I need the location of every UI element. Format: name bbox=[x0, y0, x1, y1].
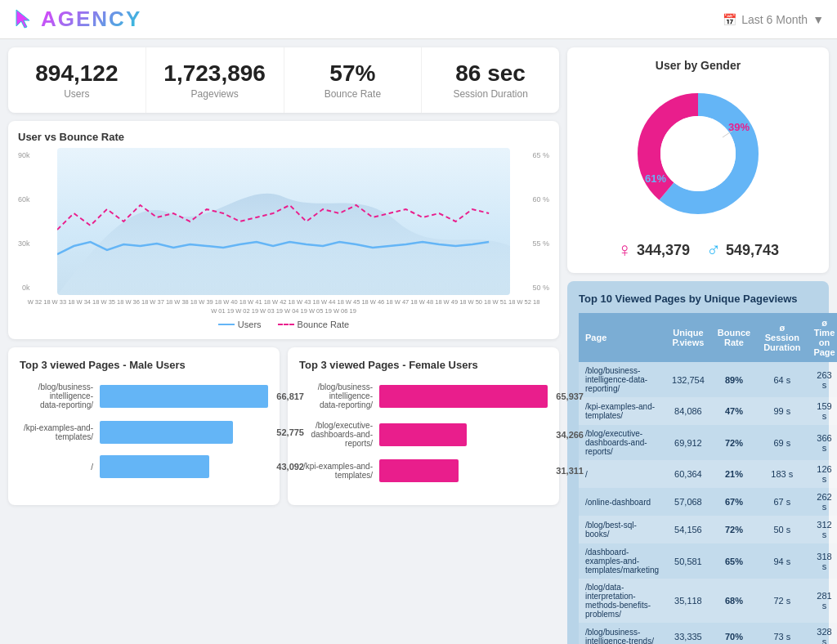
male-stat: ♂ 549,743 bbox=[706, 239, 779, 262]
male-pages-card: Top 3 viewed Pages - Male Users /blog/bu… bbox=[8, 347, 280, 505]
cell-time: 366 s bbox=[807, 425, 837, 460]
table-row: /blog/business-intelligence-data-reporti… bbox=[579, 362, 837, 397]
top-pages-table: Page UniqueP.views BounceRate ø SessionD… bbox=[579, 313, 837, 644]
cell-bounce: 72% bbox=[711, 516, 757, 543]
kpi-session-label: Session Duration bbox=[428, 88, 553, 100]
male-count: 549,743 bbox=[726, 242, 779, 259]
female-bar-1: /blog/business-intelligence-data-reporti… bbox=[299, 382, 548, 409]
cell-views: 57,068 bbox=[665, 488, 711, 516]
cell-page: /blog/business-intelligence-trends/ bbox=[579, 623, 665, 644]
kpi-users-label: Users bbox=[15, 88, 139, 100]
cell-session: 99 s bbox=[757, 397, 807, 425]
cell-page: /blog/executive-dashboards-and-reports/ bbox=[579, 425, 665, 460]
logo: AGENCY bbox=[13, 7, 141, 32]
kpi-pageviews: 1,723,896 Pageviews bbox=[146, 47, 284, 113]
cell-session: 72 s bbox=[757, 579, 807, 623]
kpi-bounce-label: Bounce Rate bbox=[291, 88, 415, 100]
cell-views: 60,364 bbox=[665, 460, 711, 488]
table-row: /blog/data-interpretation-methods-benefi… bbox=[579, 579, 837, 623]
cell-time: 126 s bbox=[807, 460, 837, 488]
table-row: /blog/business-intelligence-trends/ 33,3… bbox=[579, 623, 837, 644]
cell-time: 318 s bbox=[807, 543, 837, 579]
male-bar-2-value: 52,775 bbox=[276, 427, 304, 437]
date-filter-label: Last 6 Month bbox=[741, 13, 808, 26]
female-bar-2: /blog/executive-dashboards-and-reports/ … bbox=[299, 421, 548, 448]
cell-session: 69 s bbox=[757, 425, 807, 460]
bounce-rate-chart-card: User vs Bounce Rate 90k60k30k0k 65 %60 %… bbox=[8, 121, 559, 339]
cell-views: 132,754 bbox=[665, 362, 711, 397]
logo-text: AGENCY bbox=[41, 7, 141, 32]
cell-bounce: 72% bbox=[711, 425, 757, 460]
cell-bounce: 65% bbox=[711, 543, 757, 579]
y-axis-left: 90k60k30k0k bbox=[18, 148, 30, 295]
top-pages-table-card: Top 10 Viewed Pages by Unique Pageviews … bbox=[567, 281, 829, 644]
cell-time: 281 s bbox=[807, 579, 837, 623]
cell-views: 50,581 bbox=[665, 543, 711, 579]
gender-title: User by Gender bbox=[579, 59, 817, 72]
chart-title: User vs Bounce Rate bbox=[18, 131, 549, 143]
kpi-session-value: 86 sec bbox=[428, 60, 553, 87]
cell-session: 94 s bbox=[757, 543, 807, 579]
legend-users: Users bbox=[238, 320, 262, 329]
col-bounce: BounceRate bbox=[711, 313, 757, 362]
table-row: / 60,364 21% 183 s 126 s bbox=[579, 460, 837, 488]
cell-time: 262 s bbox=[807, 488, 837, 516]
col-page: Page bbox=[579, 313, 665, 362]
x-axis-labels: W 32 18W 33 18W 34 18W 35 18W 36 18W 37 … bbox=[18, 298, 549, 315]
cell-session: 183 s bbox=[757, 460, 807, 488]
top-pages-title: Top 10 Viewed Pages by Unique Pageviews bbox=[579, 293, 817, 305]
female-bar-3-value: 31,311 bbox=[556, 466, 584, 476]
cell-views: 69,912 bbox=[665, 425, 711, 460]
male-bar-1: /blog/business-intelligence-data-reporti… bbox=[20, 382, 268, 409]
cell-views: 33,335 bbox=[665, 623, 711, 644]
cell-session: 73 s bbox=[757, 623, 807, 644]
cell-page: /dashboard-examples-and-templates/market… bbox=[579, 543, 665, 579]
cell-time: 159 s bbox=[807, 397, 837, 425]
table-row: /blog/executive-dashboards-and-reports/ … bbox=[579, 425, 837, 460]
female-bar-3: /kpi-examples-and-templates/ 31,311 bbox=[299, 459, 548, 482]
cell-session: 67 s bbox=[757, 488, 807, 516]
col-unique-views: UniqueP.views bbox=[665, 313, 711, 362]
cell-bounce: 47% bbox=[711, 397, 757, 425]
cell-time: 328 s bbox=[807, 623, 837, 644]
cell-page: /kpi-examples-and-templates/ bbox=[579, 397, 665, 425]
calendar-icon: 📅 bbox=[723, 13, 736, 26]
gender-stats: ♀ 344,379 ♂ 549,743 bbox=[579, 239, 817, 262]
kpi-pageviews-label: Pageviews bbox=[153, 88, 277, 100]
cell-views: 54,156 bbox=[665, 516, 711, 543]
kpi-users-value: 894,122 bbox=[15, 60, 139, 87]
table-row: /dashboard-examples-and-templates/market… bbox=[579, 543, 837, 579]
legend-bounce: Bounce Rate bbox=[298, 320, 350, 329]
cell-page: / bbox=[579, 460, 665, 488]
kpi-pageviews-value: 1,723,896 bbox=[153, 60, 277, 87]
date-filter-button[interactable]: 📅 Last 6 Month ▼ bbox=[723, 13, 824, 26]
col-session: ø SessionDuration bbox=[757, 313, 807, 362]
table-row: /blog/best-sql-books/ 54,156 72% 50 s 31… bbox=[579, 516, 837, 543]
male-bar-3: / 43,092 bbox=[20, 455, 268, 478]
donut-chart: 39% 61% bbox=[624, 80, 772, 227]
kpi-bounce: 57% Bounce Rate bbox=[284, 47, 423, 113]
cell-bounce: 21% bbox=[711, 460, 757, 488]
cell-views: 35,118 bbox=[665, 579, 711, 623]
female-icon: ♀ bbox=[617, 239, 632, 262]
table-row: /kpi-examples-and-templates/ 84,086 47% … bbox=[579, 397, 837, 425]
chart-legend: Users Bounce Rate bbox=[18, 320, 549, 329]
line-chart-area bbox=[57, 148, 510, 295]
col-time: ø Timeon Page bbox=[807, 313, 837, 362]
svg-point-3 bbox=[660, 116, 736, 191]
cell-bounce: 89% bbox=[711, 362, 757, 397]
cell-page: /blog/data-interpretation-methods-benefi… bbox=[579, 579, 665, 623]
cell-page: /blog/business-intelligence-data-reporti… bbox=[579, 362, 665, 397]
cell-bounce: 67% bbox=[711, 488, 757, 516]
cell-session: 50 s bbox=[757, 516, 807, 543]
cursor-icon bbox=[13, 8, 36, 31]
table-row: /online-dashboard 57,068 67% 67 s 262 s bbox=[579, 488, 837, 516]
male-bar-3-value: 43,092 bbox=[276, 462, 304, 472]
cell-page: /blog/best-sql-books/ bbox=[579, 516, 665, 543]
male-bar-1-value: 66,817 bbox=[276, 391, 304, 401]
male-pages-title: Top 3 viewed Pages - Male Users bbox=[20, 359, 268, 371]
svg-text:61%: 61% bbox=[645, 172, 666, 185]
male-icon: ♂ bbox=[706, 239, 721, 262]
cell-time: 263 s bbox=[807, 362, 837, 397]
female-pages-title: Top 3 viewed Pages - Female Users bbox=[299, 359, 548, 371]
